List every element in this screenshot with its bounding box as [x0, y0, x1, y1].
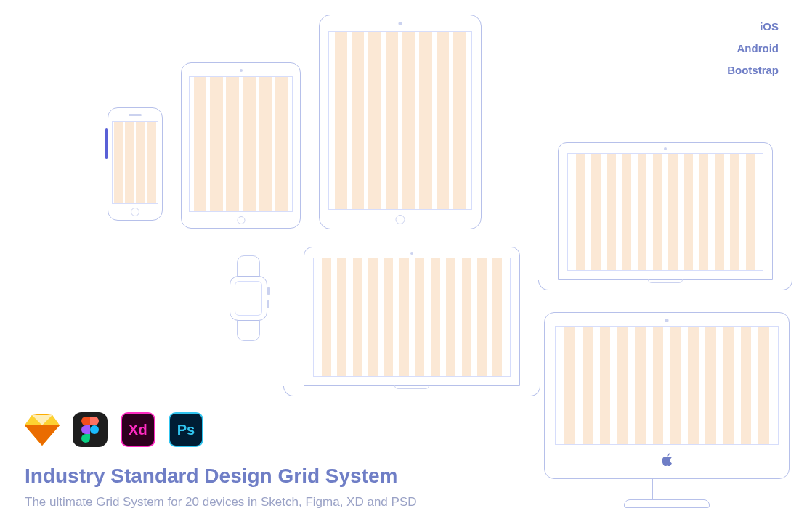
imac-monitor [544, 312, 790, 479]
page-subtitle: The ultimate Grid System for 20 devices … [25, 495, 417, 510]
watch-face [230, 276, 267, 321]
tag-android: Android [727, 38, 779, 60]
laptop-notch [394, 385, 429, 389]
imac-foot [624, 499, 710, 508]
imac-screen [555, 326, 779, 445]
device-ipad-large [319, 15, 482, 229]
apple-logo-icon [662, 453, 673, 469]
tag-ios: iOS [727, 16, 779, 38]
canvas: iOS Android Bootstrap [0, 0, 799, 532]
camera-icon [399, 22, 402, 25]
laptop-screen [567, 153, 763, 271]
laptop-base [538, 280, 792, 290]
app-icons-row: Xd Ps [25, 412, 203, 447]
watch-side-button-icon [267, 300, 269, 308]
phone-home-button-icon [131, 208, 139, 216]
device-watch [219, 255, 277, 341]
platform-tags: iOS Android Bootstrap [727, 16, 779, 81]
device-ipad-small [181, 62, 301, 229]
imac-chin [545, 449, 788, 478]
svg-marker-6 [42, 425, 60, 446]
imac-neck [652, 479, 681, 499]
camera-icon [665, 319, 669, 322]
laptop-lid [304, 247, 520, 386]
svg-point-7 [90, 425, 99, 434]
camera-icon [664, 147, 667, 150]
camera-icon [410, 252, 413, 255]
device-laptop-center [283, 247, 540, 396]
laptop-base [283, 386, 540, 396]
figma-icon [73, 412, 108, 447]
watch-crown-icon [267, 287, 270, 295]
page-title: Industry Standard Design Grid System [25, 465, 397, 488]
home-button-icon [396, 215, 405, 224]
laptop-notch [648, 279, 683, 283]
camera-icon [240, 69, 243, 72]
device-laptop-right [538, 142, 792, 290]
laptop-lid [558, 142, 773, 280]
ipad-large-screen [328, 31, 472, 210]
phone-speaker [129, 114, 142, 116]
sketch-icon [25, 414, 60, 446]
laptop-screen [313, 258, 511, 377]
device-imac [544, 312, 790, 508]
svg-marker-1 [32, 414, 52, 415]
phone-side-buttons [105, 128, 108, 159]
device-phone [108, 107, 163, 221]
home-button-icon [237, 216, 245, 224]
ipad-small-screen [189, 76, 293, 212]
photoshop-icon: Ps [169, 412, 203, 447]
svg-marker-5 [25, 425, 42, 446]
adobe-xd-icon: Xd [121, 412, 155, 447]
tag-bootstrap: Bootstrap [727, 60, 779, 81]
phone-screen [112, 121, 158, 204]
watch-screen [235, 281, 262, 316]
